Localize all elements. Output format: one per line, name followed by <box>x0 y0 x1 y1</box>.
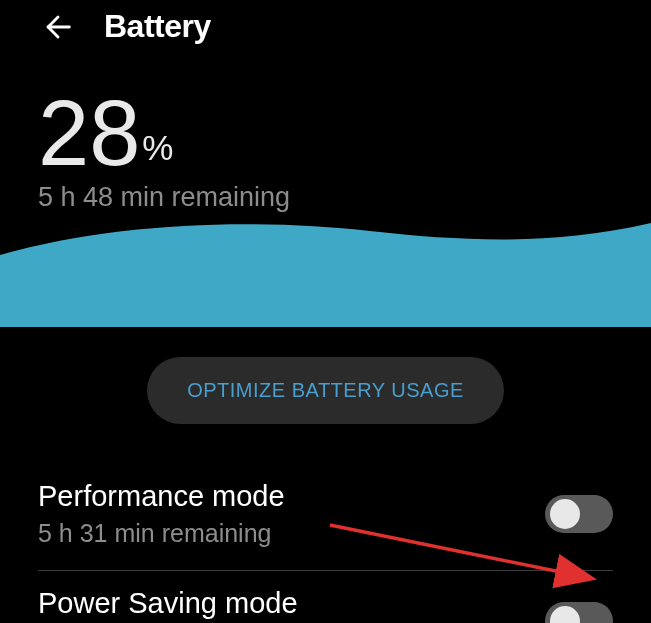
toggle-knob <box>550 606 580 623</box>
optimize-section: OPTIMIZE BATTERY USAGE <box>0 327 651 464</box>
battery-remaining: 5 h 48 min remaining <box>38 182 613 213</box>
mode-info: Performance mode 5 h 31 min remaining <box>38 480 545 548</box>
battery-level-section: 28 % 5 h 48 min remaining <box>0 45 651 327</box>
mode-info: Power Saving mode 6 h 56 min remaining <box>38 587 545 623</box>
header: Battery <box>0 0 651 45</box>
optimize-battery-button[interactable]: OPTIMIZE BATTERY USAGE <box>147 357 504 424</box>
power-saving-mode-title: Power Saving mode <box>38 587 545 620</box>
mode-list: Performance mode 5 h 31 min remaining Po… <box>0 464 651 623</box>
performance-mode-toggle[interactable] <box>545 495 613 533</box>
battery-percent-number: 28 <box>38 93 140 174</box>
percent-sign: % <box>142 128 173 168</box>
performance-mode-subtitle: 5 h 31 min remaining <box>38 519 545 548</box>
performance-mode-title: Performance mode <box>38 480 545 513</box>
performance-mode-row[interactable]: Performance mode 5 h 31 min remaining <box>38 464 613 571</box>
back-icon[interactable] <box>40 9 76 45</box>
battery-wave-graphic <box>0 217 651 327</box>
battery-percent: 28 % <box>38 93 613 174</box>
toggle-knob <box>550 499 580 529</box>
page-title: Battery <box>104 8 211 45</box>
power-saving-mode-row[interactable]: Power Saving mode 6 h 56 min remaining <box>38 571 613 623</box>
power-saving-mode-toggle[interactable] <box>545 602 613 623</box>
